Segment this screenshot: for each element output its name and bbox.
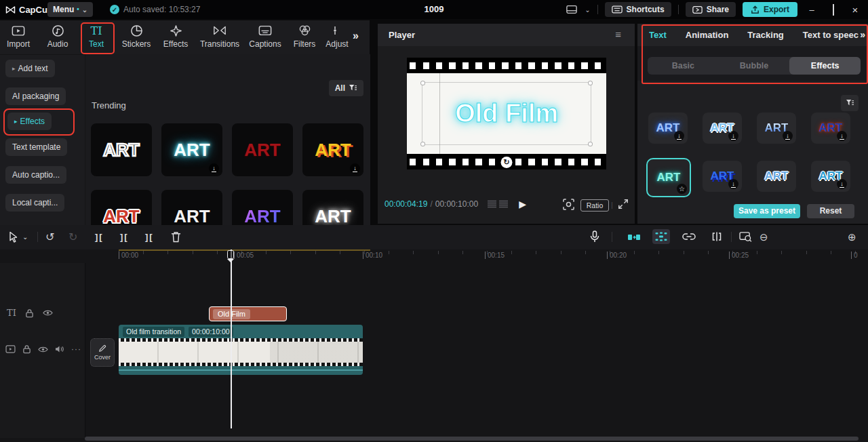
split-icon[interactable]: ][: [120, 232, 129, 242]
effect-thumbnail[interactable]: ART: [91, 123, 152, 176]
effect-thumbnail[interactable]: ART: [232, 123, 293, 176]
ruler-tick: 00:15: [485, 252, 505, 259]
menu-button[interactable]: Menu • ⌄: [47, 2, 93, 17]
ribbon-item-filters[interactable]: Filters: [286, 23, 323, 49]
split-left-icon[interactable]: ][: [95, 232, 104, 242]
sidebar-item-add-text[interactable]: ▸ Add text: [5, 60, 55, 77]
frame-list-icon[interactable]: [499, 200, 508, 208]
text-selection-box[interactable]: [422, 82, 591, 145]
text-effect-thumbnail[interactable]: ART ↓: [811, 161, 850, 192]
lock-icon[interactable]: [25, 308, 34, 318]
text-effect-thumbnail-selected[interactable]: ART ☆: [646, 158, 691, 197]
share-button[interactable]: Share: [686, 2, 736, 17]
effect-preview-text: ART: [765, 169, 789, 183]
fullscreen-icon[interactable]: [618, 199, 629, 209]
ribbon-item-audio[interactable]: Audio: [41, 23, 75, 49]
text-effect-thumbnail[interactable]: ART ↓: [703, 161, 742, 192]
sidebar-item-local-captions[interactable]: Local capti...: [5, 194, 64, 212]
tabs-overflow-icon[interactable]: »: [859, 29, 865, 40]
effect-thumbnail[interactable]: ART ↓: [161, 123, 222, 176]
ribbon-item-adjust[interactable]: Adjust: [326, 23, 349, 49]
text-effect-thumbnail[interactable]: ART: [757, 161, 796, 192]
cursor-tool-chevron-icon[interactable]: ⌄: [22, 233, 28, 241]
preview-focus-icon[interactable]: [563, 199, 574, 210]
tab-animation[interactable]: Animation: [686, 30, 729, 40]
sidebar-item-effects[interactable]: ▸ Effects: [7, 113, 52, 130]
selection-handle[interactable]: [420, 142, 425, 146]
text-effect-thumbnail[interactable]: ART ↓: [811, 113, 850, 144]
selection-handle[interactable]: [588, 81, 593, 85]
inspector-filter-button[interactable]: [841, 95, 859, 111]
tab-tracking[interactable]: Tracking: [747, 30, 783, 40]
text-effect-thumbnail[interactable]: ART ↓: [703, 113, 742, 144]
ribbon-item-captions[interactable]: Captions: [245, 23, 285, 49]
tab-text-to-speech[interactable]: Text to speech: [803, 30, 863, 40]
subtab-effects[interactable]: Effects: [789, 57, 861, 75]
autosave-text: Auto saved: 10:53:27: [123, 5, 200, 14]
play-button[interactable]: ▶: [519, 199, 526, 209]
selection-handle[interactable]: [588, 142, 593, 146]
close-button[interactable]: ×: [848, 4, 863, 16]
video-preview[interactable]: Old Film ↻: [407, 58, 606, 169]
redo-icon[interactable]: ↻: [68, 230, 77, 243]
eye-icon[interactable]: [43, 309, 53, 317]
unlink-clips-icon[interactable]: [711, 232, 723, 241]
sidebar-item-ai-packaging[interactable]: AI packaging: [5, 87, 66, 105]
minimize-button[interactable]: –: [804, 5, 819, 15]
text-effect-thumbnail[interactable]: ART ↓: [757, 113, 796, 144]
ruler-tick: 00:00: [119, 252, 138, 259]
export-button[interactable]: Export: [743, 2, 797, 17]
more-options-icon[interactable]: ···: [71, 344, 81, 354]
lock-icon[interactable]: [22, 344, 31, 354]
filter-all-button[interactable]: All: [329, 80, 363, 96]
star-icon[interactable]: ☆: [677, 184, 687, 194]
ribbon-item-transitions[interactable]: Transitions: [194, 23, 245, 49]
ribbon-item-import[interactable]: Import: [1, 23, 35, 49]
delete-icon[interactable]: [171, 231, 181, 243]
hamburger-menu-icon[interactable]: ≡: [615, 28, 621, 40]
rotate-handle-icon[interactable]: ↻: [501, 157, 513, 168]
subtab-bubble[interactable]: Bubble: [719, 57, 790, 75]
tab-text[interactable]: Text: [649, 30, 667, 40]
playhead-line[interactable]: [231, 249, 232, 428]
ribbon-item-effects[interactable]: Effects: [157, 23, 194, 49]
playhead-handle[interactable]: [227, 250, 234, 259]
preview-quality-icon[interactable]: [739, 231, 752, 242]
ribbon-item-stickers[interactable]: Stickers: [117, 23, 156, 49]
ratio-button[interactable]: Ratio: [580, 199, 609, 212]
zoom-out-icon[interactable]: ⊖: [760, 231, 768, 243]
split-right-icon[interactable]: ][: [145, 232, 154, 242]
sidebar-item-auto-captions[interactable]: Auto captio...: [5, 166, 66, 184]
subtab-basic[interactable]: Basic: [648, 57, 719, 75]
current-time: 00:00:04:19: [384, 199, 427, 209]
undo-icon[interactable]: ↺: [45, 230, 54, 243]
timeline-horizontal-scrollbar[interactable]: [85, 437, 859, 441]
effect-thumbnail[interactable]: ART ↓: [302, 123, 363, 176]
cover-button[interactable]: Cover: [90, 338, 115, 367]
eye-icon[interactable]: [38, 346, 48, 353]
shortcuts-button[interactable]: Shortcuts: [605, 2, 671, 17]
share-icon: [692, 5, 703, 14]
text-clip[interactable]: Old Film: [209, 306, 287, 321]
divider: [37, 232, 38, 242]
frame-list-icon[interactable]: [488, 200, 496, 208]
mute-icon[interactable]: [55, 345, 64, 353]
magnetic-snap-icon[interactable]: [625, 230, 643, 245]
save-as-preset-button[interactable]: Save as preset: [734, 204, 800, 218]
link-clips-icon[interactable]: [682, 233, 696, 241]
film-frame: Old Film: [407, 73, 606, 154]
ribbon-expand-icon[interactable]: »: [353, 30, 359, 42]
reset-button[interactable]: Reset: [807, 204, 854, 218]
cursor-tool-icon[interactable]: [8, 231, 19, 243]
workspace-layout-icon[interactable]: [566, 4, 578, 15]
text-effect-thumbnail[interactable]: ART ↓: [648, 113, 688, 144]
video-clip[interactable]: Old film transition 00:00:10:00: [119, 325, 363, 375]
auto-snap-active-icon[interactable]: [652, 229, 670, 244]
workspace-chevron-icon[interactable]: ⌄: [585, 6, 590, 14]
sidebar-item-text-template[interactable]: Text template: [5, 138, 67, 156]
maximize-button[interactable]: [826, 5, 841, 15]
record-voiceover-icon[interactable]: [590, 230, 599, 243]
zoom-in-icon[interactable]: ⊕: [848, 231, 856, 243]
ribbon-item-text[interactable]: TI Text: [80, 23, 113, 49]
selection-handle[interactable]: [420, 81, 425, 85]
